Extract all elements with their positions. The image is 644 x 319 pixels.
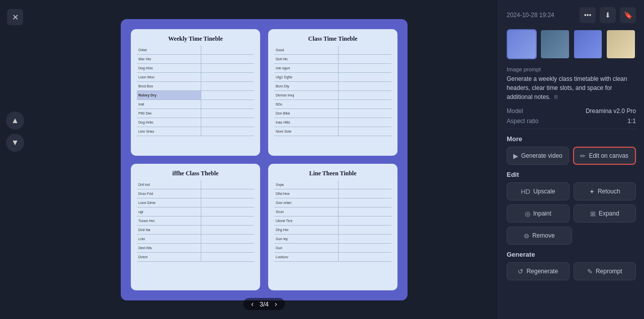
table-row: Gun xyxy=(274,244,391,253)
table-row: Lootuov xyxy=(274,253,391,262)
cell-value xyxy=(339,109,391,118)
cell-value xyxy=(201,100,254,109)
cell-label: Loon Woo xyxy=(137,73,201,81)
cell-value xyxy=(339,46,391,54)
nav-up-button[interactable]: ▲ xyxy=(6,112,24,130)
table-row: D6d Hne xyxy=(274,189,391,198)
regenerate-button[interactable]: ↺ Regenerate xyxy=(507,262,570,280)
cell-label: Doli Hic xyxy=(274,55,339,63)
cell-label: Nore Sole xyxy=(274,127,339,136)
cell-label: ugr xyxy=(137,207,201,216)
cell-label: Goo ortan xyxy=(274,198,339,207)
cell-value xyxy=(201,118,254,127)
divider-1 xyxy=(507,129,636,129)
thumbnail-3[interactable] xyxy=(573,29,603,59)
cell-value xyxy=(201,235,254,243)
cell-label: Dvton xyxy=(137,253,201,261)
close-button[interactable]: ✕ xyxy=(7,9,23,25)
hd-icon: HD xyxy=(521,188,530,195)
cell-value xyxy=(339,207,391,216)
inpaint-icon: ◎ xyxy=(525,210,530,218)
cell-value xyxy=(339,180,391,189)
cell-label: Orliet xyxy=(137,46,201,54)
cell-label: Inas Hills xyxy=(274,118,339,127)
cell-value xyxy=(339,100,391,109)
cell-value xyxy=(201,189,254,198)
nav-down-button[interactable]: ▼ xyxy=(6,134,24,152)
upscale-button[interactable]: HD Upscale xyxy=(507,182,570,200)
next-page-button[interactable]: › xyxy=(273,300,279,308)
table-row: Gun ley xyxy=(274,235,391,244)
panel-header: 2024-10-28 19:24 ••• ⬇ 🔖 xyxy=(507,7,636,23)
timestamp: 2024-10-28 19:24 xyxy=(507,12,554,19)
cell-label: Utond Tice xyxy=(274,217,339,225)
download-button[interactable]: ⬇ xyxy=(600,7,616,23)
cell-label: Ixie ogun xyxy=(274,64,339,72)
retouch-icon: ✦ xyxy=(589,188,595,195)
cell-value xyxy=(201,253,254,261)
cell-label: Gun ley xyxy=(274,235,339,243)
more-buttons: ▶ Generate video ✏ Edit on canvas xyxy=(507,147,636,165)
regenerate-icon: ↺ xyxy=(518,268,523,275)
remove-button[interactable]: ⊖ Remove xyxy=(507,227,572,245)
cell-label: Gssd xyxy=(274,46,339,54)
model-label: Model xyxy=(507,108,523,115)
table-row: Dvton xyxy=(137,253,254,262)
card-title-4: Line Theen Tinble xyxy=(274,170,391,177)
prev-page-button[interactable]: ‹ xyxy=(249,300,256,308)
cell-value xyxy=(201,207,254,216)
retouch-button[interactable]: ✦ Retouch xyxy=(574,182,636,200)
timetable-card-2: Class Time TinebleGssdDoli HicIxie ogunU… xyxy=(268,29,397,156)
table-row: Irali xyxy=(137,100,254,109)
inpaint-button[interactable]: ◎ Inpaint xyxy=(507,204,570,223)
thumbnail-2[interactable] xyxy=(540,29,570,59)
remove-label: Remove xyxy=(532,232,555,239)
cell-value xyxy=(339,235,391,243)
table-row: Droo Frid xyxy=(137,189,254,198)
cell-value xyxy=(339,244,391,252)
timetable-card-3: iffhe Class ThebleDrit hrdDroo FridLoos … xyxy=(131,164,260,290)
thumbnail-4[interactable] xyxy=(606,29,636,59)
cell-label: 6Du xyxy=(274,100,339,109)
cell-value xyxy=(339,253,391,261)
expand-button[interactable]: ⊞ Expand xyxy=(574,204,636,223)
cell-label: P60 Diw xyxy=(137,109,201,118)
table-row: Loon Woo xyxy=(137,73,254,82)
thumbnail-1[interactable] xyxy=(507,29,537,59)
cell-value xyxy=(201,82,254,90)
table-row: Don Bike xyxy=(274,109,391,118)
close-area: ✕ ▲ ▼ xyxy=(0,0,30,319)
reprompt-button[interactable]: ✎ Reprompt xyxy=(574,262,636,280)
cell-value xyxy=(201,73,254,81)
panel-actions: ••• ⬇ 🔖 xyxy=(580,7,636,23)
canvas-icon: ✏ xyxy=(580,152,586,160)
copy-prompt-icon[interactable]: ⎘ xyxy=(554,93,558,101)
cell-label: Dog Hios xyxy=(137,64,201,72)
bookmark-button[interactable]: 🔖 xyxy=(620,7,636,23)
reprompt-icon: ✎ xyxy=(587,268,593,275)
edit-on-canvas-button[interactable]: ✏ Edit on canvas xyxy=(573,147,636,165)
edit-buttons-row-1: HD Upscale ✦ Retouch xyxy=(507,182,636,200)
cell-value xyxy=(339,118,391,127)
table-row: Lino Srias xyxy=(137,127,254,136)
cell-label: Tuoon Hoi xyxy=(137,217,201,225)
cell-label: Don Bike xyxy=(274,109,339,118)
card-title-3: iffhe Class Theble xyxy=(137,170,254,177)
table-row: Dvd hia xyxy=(137,226,254,235)
cell-label: Gun xyxy=(274,244,339,252)
generate-video-button[interactable]: ▶ Generate video xyxy=(507,147,569,165)
more-options-button[interactable]: ••• xyxy=(580,7,596,23)
regenerate-label: Regenerate xyxy=(526,268,558,275)
card-title-1: Weekly Time Tineble xyxy=(137,35,254,43)
expand-icon: ⊞ xyxy=(590,210,596,218)
pagination: ‹ 3/4 › xyxy=(243,298,285,310)
table-row: Inas Hills xyxy=(274,118,391,127)
timetable-card-4: Line Theen TinbleSvpaD6d HneGoo ortanScu… xyxy=(268,164,397,290)
cell-value xyxy=(201,217,254,225)
cell-label: Ded Hits xyxy=(137,244,201,252)
more-section-title: More xyxy=(507,135,636,143)
cell-label: Uig1 Dg5e xyxy=(274,73,339,81)
table-row: Orliet xyxy=(137,46,254,55)
cell-value xyxy=(339,226,391,234)
cell-value xyxy=(201,180,254,189)
